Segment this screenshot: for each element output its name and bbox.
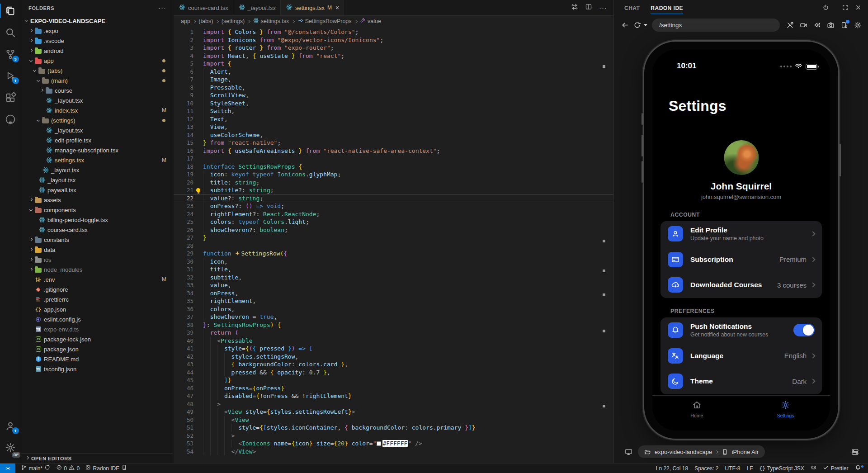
language-mode[interactable]: {}TypeScript JSX xyxy=(760,465,804,472)
close-icon[interactable]: × xyxy=(335,4,339,11)
phone-tab-settings[interactable]: Settings xyxy=(768,400,804,418)
tree-item-package-lock-json[interactable]: JSpackage-lock.json xyxy=(21,334,173,344)
code-editor[interactable]: 1import { Colors } from "@/constants/Col… xyxy=(174,28,607,463)
tree-item-billing-period-toggle-tsx[interactable]: billing-period-toggle.tsx xyxy=(21,215,173,225)
open-editors-section[interactable]: OPEN EDITORS xyxy=(21,453,173,463)
screen-recording-icon[interactable] xyxy=(800,21,807,29)
activity-github[interactable] xyxy=(0,109,21,130)
tree-item--main-[interactable]: (main) xyxy=(21,76,173,85)
device-selector[interactable]: expo-video-landscape iPhone Air xyxy=(638,445,765,458)
device-screen[interactable]: 10:01 Settings John Squirrel john.squirr… xyxy=(652,50,830,430)
activity-source-control[interactable]: 3 xyxy=(0,43,21,65)
tree-item--gitignore[interactable]: .gitignore xyxy=(21,284,173,294)
tree-item-expo-env-d-ts[interactable]: TSexpo-env.d.ts xyxy=(21,324,173,334)
tree-item-manage-subscription-tsx[interactable]: manage-subscription.tsx xyxy=(21,145,173,155)
reload-icon[interactable] xyxy=(633,21,641,29)
radon-ide[interactable]: Radon IDE xyxy=(85,464,127,472)
tree-item--settings-[interactable]: (settings) xyxy=(21,115,173,125)
problems[interactable]: 00 xyxy=(56,464,80,472)
tree-item-tsconfig-json[interactable]: TStsconfig.json xyxy=(21,364,173,374)
activity-search[interactable] xyxy=(0,22,21,43)
split-editor-icon[interactable] xyxy=(585,3,592,12)
tree-item--layout-tsx[interactable]: _layout.tsx xyxy=(21,165,173,175)
more-actions-icon[interactable]: ··· xyxy=(599,4,607,12)
panel-tab-chat[interactable]: CHAT xyxy=(624,0,640,16)
notifications[interactable] xyxy=(855,464,864,472)
route-url-field[interactable]: /settings xyxy=(652,19,780,32)
copilot[interactable] xyxy=(811,464,817,472)
breadcrumb-app[interactable]: app xyxy=(181,18,190,24)
tree-item--layout-tsx[interactable]: _layout.tsx xyxy=(21,125,173,135)
close-panel-icon[interactable] xyxy=(855,4,862,13)
activity-explorer[interactable] xyxy=(0,0,21,22)
tree-item-edit-profile-tsx[interactable]: edit-profile.tsx xyxy=(21,135,173,145)
git-branch[interactable]: main* xyxy=(21,464,51,472)
settings-row-edit-profile[interactable]: Edit ProfileUpdate your name and photo xyxy=(660,221,822,247)
cursor-position[interactable]: Ln 22, Col 18 xyxy=(656,465,688,472)
breadcrumb-settingsrowprops[interactable]: SettingsRowProps xyxy=(297,18,352,25)
tree-item-ios[interactable]: ios xyxy=(21,255,173,265)
phone-tab-home[interactable]: Home xyxy=(679,400,715,418)
tree-item--layout-tsx[interactable]: _layout.tsx xyxy=(21,95,173,105)
tree-item-eslint-config-js[interactable]: eslint.config.js xyxy=(21,314,173,324)
tree-item-constants[interactable]: constants xyxy=(21,235,173,245)
breadcrumb-settings-tsx[interactable]: settings.tsx xyxy=(253,18,289,25)
eol[interactable]: LF xyxy=(747,465,753,472)
settings-row-downloaded-courses[interactable]: Downloaded Courses3 courses xyxy=(660,272,822,298)
activity-manage[interactable]: DE xyxy=(0,437,21,459)
settings-row-push-notifications[interactable]: Push NotificationsGet notified about new… xyxy=(660,317,822,343)
tree-item--tabs-[interactable]: (tabs) xyxy=(21,66,173,76)
folders-more-icon[interactable]: ··· xyxy=(158,4,166,12)
explorer-root-folder[interactable]: EXPO-VIDEO-LANDSCAPE xyxy=(21,16,173,26)
tree-item-app-json[interactable]: {}app.json xyxy=(21,304,173,314)
tree-item--vscode[interactable]: .vscode xyxy=(21,36,173,46)
display-icon[interactable] xyxy=(625,448,632,456)
open-changes-icon[interactable] xyxy=(571,3,578,12)
tree-item--expo[interactable]: .expo xyxy=(21,26,173,36)
settings-row-subscription[interactable]: SubscriptionPremium xyxy=(660,247,822,273)
panel-tab-radon-ide[interactable]: RADON IDE xyxy=(651,0,683,16)
tree-item-course-card-tsx[interactable]: course-card.tsx xyxy=(21,225,173,235)
tab--layout-tsx[interactable]: _layout.tsx xyxy=(233,0,281,15)
tree-item-settings-tsx[interactable]: settings.tsxM xyxy=(21,155,173,165)
tab-course-card-tsx[interactable]: course-card.tsx xyxy=(174,0,233,15)
tree-item-node-modules[interactable]: node_modules xyxy=(21,265,173,274)
settings-row-theme[interactable]: ThemeDark xyxy=(660,369,822,394)
tree-item-app[interactable]: app xyxy=(21,56,173,66)
screenshot-icon[interactable] xyxy=(827,21,835,29)
encoding[interactable]: UTF-8 xyxy=(725,465,741,472)
panel-settings-icon[interactable] xyxy=(854,21,862,29)
tree-item-course[interactable]: course xyxy=(21,85,173,95)
device-permissions-icon[interactable] xyxy=(840,21,848,29)
tree-item-package-json[interactable]: JSpackage.json xyxy=(21,344,173,354)
activity-extensions[interactable] xyxy=(0,87,21,109)
tree-item-readme-md[interactable]: iREADME.md xyxy=(21,354,173,364)
back-icon[interactable] xyxy=(621,21,629,29)
activity-accounts[interactable]: 1 xyxy=(0,415,21,437)
breadcrumb-value[interactable]: value xyxy=(360,18,381,25)
tree-item-android[interactable]: android xyxy=(21,46,173,56)
device-settings-icon[interactable] xyxy=(851,448,859,456)
lightbulb-icon[interactable] xyxy=(196,188,200,192)
tree-item-paywall-tsx[interactable]: paywall.tsx xyxy=(21,185,173,195)
breadcrumb--tabs-[interactable]: (tabs) xyxy=(198,18,213,24)
remote-indicator[interactable]: >< xyxy=(0,464,15,473)
tab-settings-tsx[interactable]: settings.tsxM× xyxy=(281,0,344,15)
push-notifications-toggle[interactable] xyxy=(793,324,815,336)
tree-item--env[interactable]: .envM xyxy=(21,274,173,284)
activity-run-debug[interactable]: 1 xyxy=(0,65,21,87)
replay-icon[interactable] xyxy=(813,21,821,29)
power-icon[interactable] xyxy=(822,4,829,13)
dev-tools-icon[interactable] xyxy=(786,21,794,29)
tree-item-components[interactable]: components xyxy=(21,205,173,215)
tree-item--layout-tsx[interactable]: _layout.tsx xyxy=(21,175,173,185)
tree-item-index-tsx[interactable]: index.tsxM xyxy=(21,105,173,115)
settings-row-language[interactable]: LanguageEnglish xyxy=(660,343,822,369)
tree-item-data[interactable]: data xyxy=(21,245,173,255)
breadcrumb--settings-[interactable]: (settings) xyxy=(222,18,245,24)
indentation[interactable]: Spaces: 2 xyxy=(694,465,718,472)
formatter[interactable]: Prettier xyxy=(823,464,848,472)
tree-item--prettierrc[interactable]: .prettierrc xyxy=(21,294,173,304)
restore-icon[interactable] xyxy=(842,4,849,13)
tree-item-assets[interactable]: assets xyxy=(21,195,173,205)
